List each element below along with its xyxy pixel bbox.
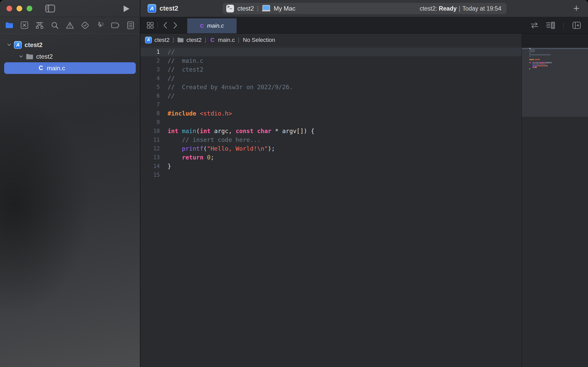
status-separator: | (459, 5, 460, 12)
minimap-code-bar (545, 62, 546, 63)
find-navigator-tab[interactable] (49, 20, 61, 31)
jumpbar-selection[interactable]: No Selection (243, 37, 275, 43)
line-number: 3 (140, 65, 160, 74)
tree-label: ctest2 (36, 53, 53, 60)
code-text: int main(int argc, const char * argv[]) … (168, 127, 314, 135)
code-line-9: 9 (140, 118, 522, 127)
debug-navigator-tab[interactable] (95, 20, 106, 31)
code-line-10: 10int main(int argc, const char * argv[]… (140, 127, 522, 135)
symbol-navigator-tab[interactable] (34, 20, 45, 31)
editor-options-icon[interactable] (545, 20, 556, 30)
jumpbar-file[interactable]: main.c (218, 37, 235, 43)
c-file-icon: C (200, 23, 204, 29)
tree-row-ctest2[interactable]: Actest2 (0, 39, 140, 51)
minimap-code-bar (551, 62, 552, 63)
scheme-and-activity-capsule[interactable]: >_ ctest2 ⟩ My Mac ctest2: Ready|Today a… (223, 3, 507, 14)
tree-row-main.c[interactable]: Cmain.c (4, 62, 136, 74)
chevron-separator-icon: ⟩ (238, 36, 239, 44)
tabbar-right-controls (529, 20, 588, 30)
go-forward-button[interactable] (170, 20, 180, 30)
close-window-button[interactable] (6, 6, 12, 11)
scheme-target[interactable]: ctest2 (237, 5, 254, 12)
minimize-window-button[interactable] (17, 6, 22, 11)
project-app-icon: A (148, 4, 156, 13)
jumpbar-project-icon[interactable]: A (145, 37, 152, 43)
run-button[interactable] (123, 5, 130, 12)
navigator-tab-bar (0, 17, 140, 34)
tab-label: main.c (207, 22, 224, 29)
add-editor-split-icon[interactable] (571, 20, 582, 30)
code-line-15: 15 (140, 171, 522, 179)
tabbar-left-controls (140, 20, 180, 30)
window-project-title: ctest2 (160, 5, 178, 12)
source-editor[interactable]: 1//2// main.c3// ctest24//5// Created by… (140, 47, 522, 367)
jumpbar-project[interactable]: ctest2 (154, 37, 170, 43)
code-text: #include <stdio.h> (168, 109, 232, 118)
minimap-code-bar (537, 65, 547, 66)
tree-row-ctest2[interactable]: ctest2 (0, 51, 140, 62)
report-navigator-tab[interactable] (125, 20, 136, 31)
code-review-icon[interactable] (529, 20, 540, 30)
code-line-1: 1// (140, 48, 522, 56)
chevron-separator-icon: ⟩ (257, 5, 259, 12)
line-number: 5 (140, 83, 160, 91)
editor-grid-icon[interactable] (145, 20, 155, 30)
minimap-code-bar (532, 62, 534, 63)
go-back-button[interactable] (160, 20, 170, 30)
minimap-code-bar (529, 53, 531, 54)
breakpoint-navigator-tab[interactable] (110, 20, 121, 31)
status-state: Ready (439, 5, 457, 12)
code-text: } (168, 162, 171, 171)
project-navigator-tab[interactable] (4, 20, 15, 31)
sidebar-divider[interactable] (140, 0, 140, 367)
line-number: 12 (140, 144, 160, 153)
minimap-code-bar (532, 64, 546, 65)
test-navigator-tab[interactable] (79, 20, 91, 31)
editor-tab-bar: C main.c (140, 17, 588, 34)
jumpbar-c-file-icon[interactable]: C (209, 37, 215, 43)
c-file-icon: C (38, 65, 44, 72)
minimap-code-bar (536, 67, 537, 68)
toggle-sidebar-button[interactable] (45, 5, 55, 12)
disclosure-chevron-icon[interactable] (7, 43, 11, 46)
jumpbar-group[interactable]: ctest2 (186, 37, 202, 43)
disclosure-chevron-icon[interactable] (19, 55, 23, 58)
source-control-navigator-tab[interactable] (19, 20, 30, 31)
toolbar: A ctest2 >_ ctest2 ⟩ My Mac ctest2: Read… (140, 0, 588, 17)
line-number: 8 (140, 109, 160, 118)
minimap-code-bar (529, 68, 530, 70)
line-number: 15 (140, 171, 160, 179)
navigator-sidebar: Actest2ctest2Cmain.c (0, 0, 140, 367)
minimap[interactable] (522, 34, 588, 367)
minimap-code-bar (529, 48, 531, 49)
tabbar-right-separator (563, 22, 564, 29)
chevron-separator-icon: ⟩ (205, 36, 206, 44)
line-number: 2 (140, 56, 160, 65)
status-project: ctest2: (420, 5, 437, 12)
code-text: printf("Hello, World!\n"); (168, 144, 275, 153)
zoom-window-button[interactable] (27, 6, 32, 11)
minimap-code-bar (529, 59, 534, 60)
project-file-tree: Actest2ctest2Cmain.c (0, 34, 140, 367)
line-number: 9 (140, 118, 160, 127)
minimap-code-bar (529, 56, 531, 57)
line-number: 10 (140, 127, 160, 135)
tab-main-c[interactable]: C main.c (187, 18, 237, 33)
tree-label: ctest2 (25, 41, 42, 49)
command-line-target-icon: >_ (226, 5, 234, 12)
scheme-destination[interactable]: My Mac (274, 5, 295, 12)
minimap-code-bar (534, 62, 536, 63)
code-text: // (168, 48, 175, 56)
minimap-top-region (522, 34, 588, 48)
minimap-current-line-bar (522, 48, 588, 49)
minimap-code-bar (539, 62, 545, 63)
issue-navigator-tab[interactable] (64, 20, 76, 31)
code-line-3: 3// ctest2 (140, 65, 522, 74)
library-add-button[interactable]: + (570, 2, 582, 14)
line-number: 11 (140, 135, 160, 144)
line-number: 6 (140, 91, 160, 100)
code-text: // insert code here... (168, 135, 261, 144)
jumpbar-folder-icon[interactable] (177, 37, 184, 43)
traffic-lights (6, 6, 32, 11)
line-number: 4 (140, 74, 160, 83)
